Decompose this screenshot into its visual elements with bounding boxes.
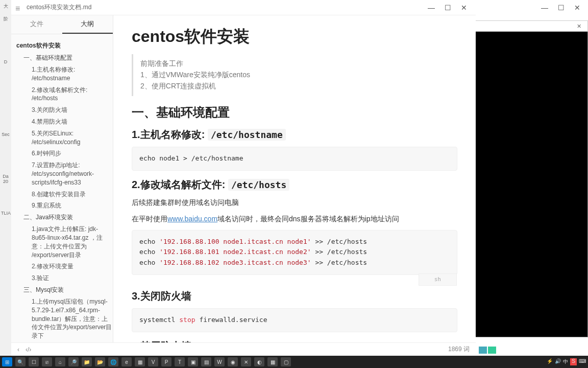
outline-item[interactable]: 9.重启系统 xyxy=(11,200,113,212)
outline-root[interactable]: centos软件安装 xyxy=(11,39,113,52)
taskbar-app[interactable]: 📂 xyxy=(95,357,105,366)
outline-item[interactable]: 1.上传mysql压缩包（mysql-5.7.29-1.el7.x86_64.r… xyxy=(11,296,113,342)
code-lang-badge: sh xyxy=(419,273,457,286)
doc-h1: centos软件安装 xyxy=(132,26,457,48)
bg-close-icon[interactable]: ✕ xyxy=(574,4,581,11)
outline-item[interactable]: 5.关闭SELinux: /etc/selinux/config xyxy=(11,128,113,148)
taskbar-app[interactable]: ▦ xyxy=(267,357,278,366)
code-inline: /etc/hostname xyxy=(208,129,286,141)
taskbar-app[interactable]: 🔎 xyxy=(68,357,79,366)
taskbar-app[interactable]: ◐ xyxy=(254,357,264,366)
outline-item[interactable]: 2.修改环境变量 xyxy=(11,261,113,272)
doc-h3-2: 2.修改域名解析文件: /etc/hosts xyxy=(132,178,457,192)
paragraph: 在平时使用www.baidu.com域名访问时，最终会同dns服务器将域名解析为… xyxy=(132,213,457,224)
search-icon[interactable]: 🔍 xyxy=(15,357,26,366)
bg-minimize-icon[interactable]: — xyxy=(541,4,548,11)
outline-item[interactable]: 4.禁用防火墙 xyxy=(11,116,113,128)
doc-h3-4: 4.禁用防火墙 xyxy=(132,339,457,342)
background-terminal-titlebar: ✕ xyxy=(465,20,588,32)
taskbar-app[interactable]: ▤ xyxy=(201,357,211,366)
taskbar-app[interactable]: ▦ xyxy=(135,357,145,366)
maximize-icon[interactable]: ☐ xyxy=(444,4,451,11)
desktop-left-strip: 大 阶 D Sec Da 20 TLIA xyxy=(0,0,11,356)
blockquote-prep: 前期准备工作 1、通过VMWare安装纯净版centos 2、使用CRT连接虚拟… xyxy=(132,54,457,96)
sidebar-tabs: 文件 大纲 xyxy=(11,15,113,34)
bg-term-close-icon[interactable]: ✕ xyxy=(574,23,584,30)
system-monitor-widget: 8% 5.7K/s xyxy=(564,61,584,82)
background-terminal-statusbar xyxy=(479,347,496,354)
taskbar-app[interactable]: e xyxy=(121,357,132,366)
code-block-2[interactable]: echo '192.168.88.100 node1.itcast.cn nod… xyxy=(132,230,457,275)
code-inline: /etc/hosts xyxy=(228,179,289,191)
sidebar: 文件 大纲 centos软件安装 一、基础环境配置 1.主机名称修改: /etc… xyxy=(11,15,113,342)
outline-item[interactable]: 6.时钟同步 xyxy=(11,148,113,159)
outline-item[interactable]: 2.修改域名解析文件: /etc/hosts xyxy=(11,84,113,105)
start-button[interactable]: ⊞ xyxy=(2,357,12,366)
outline-item[interactable]: 3.关闭防火墙 xyxy=(11,104,113,116)
taskbar-app[interactable]: V xyxy=(148,357,158,366)
doc-h3-1: 1.主机名称修改: /etc/hostname xyxy=(132,128,457,142)
file-icon: ≡ xyxy=(15,4,22,11)
link-baidu[interactable]: www.baidu.com xyxy=(167,215,217,223)
document-content[interactable]: centos软件安装 前期准备工作 1、通过VMWare安装纯净版centos … xyxy=(113,15,476,342)
taskbar-app[interactable]: 🌐 xyxy=(108,357,118,366)
taskbar-app[interactable]: ⌂ xyxy=(55,357,65,366)
taskbar[interactable]: ⊞ 🔍 ☐ ⎚ ⌂ 🔎 📁 📂 🌐 e ▦ V P T ▣ ▤ W ◉ ✕ ◐ … xyxy=(0,356,588,368)
bg-maximize-icon[interactable]: ☐ xyxy=(557,4,565,11)
taskbar-app[interactable]: T xyxy=(175,357,185,366)
word-count: 1869 词 xyxy=(448,345,470,354)
taskbar-app[interactable]: ◉ xyxy=(228,357,238,366)
file-name: centos环境安装文档.md xyxy=(27,3,428,12)
close-icon[interactable]: ✕ xyxy=(460,4,468,11)
titlebar: ≡ centos环境安装文档.md — ☐ ✕ xyxy=(11,0,476,15)
background-window-controls: — ☐ ✕ xyxy=(465,0,588,15)
outline-item[interactable]: 二、Java环境安装 xyxy=(11,212,113,223)
background-terminal xyxy=(465,20,588,337)
paragraph: 后续搭建集群时使用域名访问电脑 xyxy=(132,197,457,208)
minimize-icon[interactable]: — xyxy=(428,4,435,11)
taskview-icon[interactable]: ☐ xyxy=(29,357,39,366)
code-block-3[interactable]: systemctl stop firewalld.service xyxy=(132,308,457,332)
tab-file[interactable]: 文件 xyxy=(11,15,62,34)
outline-item[interactable]: 一、基础环境配置 xyxy=(11,52,113,64)
outline-item[interactable]: 三、Mysql安装 xyxy=(11,284,113,296)
statusbar: ‹ ‹/› 1869 词 xyxy=(11,342,476,356)
outline-item[interactable]: 8.创建软件安装目录 xyxy=(11,189,113,200)
code-block-1[interactable]: echo node1 > /etc/hostname xyxy=(132,147,457,171)
doc-h3-3: 3.关闭防火墙 xyxy=(132,289,457,303)
taskbar-app[interactable]: ▢ xyxy=(281,357,291,366)
taskbar-app[interactable]: ▣ xyxy=(188,357,198,366)
taskbar-app[interactable]: ✕ xyxy=(241,357,251,366)
system-tray[interactable]: ⚡🔊中S⌨ xyxy=(547,358,586,365)
back-icon[interactable]: ‹ xyxy=(17,346,19,353)
outline-item[interactable]: 1.主机名称修改: /etc/hostname xyxy=(11,64,113,84)
taskbar-app[interactable]: W xyxy=(214,357,225,366)
editor-window: ≡ centos环境安装文档.md — ☐ ✕ 文件 大纲 centos软件安装… xyxy=(11,0,476,356)
taskbar-app[interactable]: ⎚ xyxy=(42,357,52,366)
taskbar-app[interactable]: 📁 xyxy=(82,357,92,366)
taskbar-app[interactable]: P xyxy=(161,357,172,366)
doc-h2-1: 一、基础环境配置 xyxy=(132,104,457,121)
window-controls: — ☐ ✕ xyxy=(428,4,472,11)
outline-item[interactable]: 1.java文件上传解压: jdk-8u65-linux-x64.tar.gz … xyxy=(11,223,113,261)
outline-tree[interactable]: centos软件安装 一、基础环境配置 1.主机名称修改: /etc/hostn… xyxy=(11,34,113,342)
outline-item[interactable]: 7.设置静态ip地址: /etc/sysconfig/network-scrip… xyxy=(11,159,113,188)
toggle-source-icon[interactable]: ‹/› xyxy=(26,346,31,353)
outline-item[interactable]: 3.验证 xyxy=(11,272,113,284)
tab-outline[interactable]: 大纲 xyxy=(62,15,113,34)
